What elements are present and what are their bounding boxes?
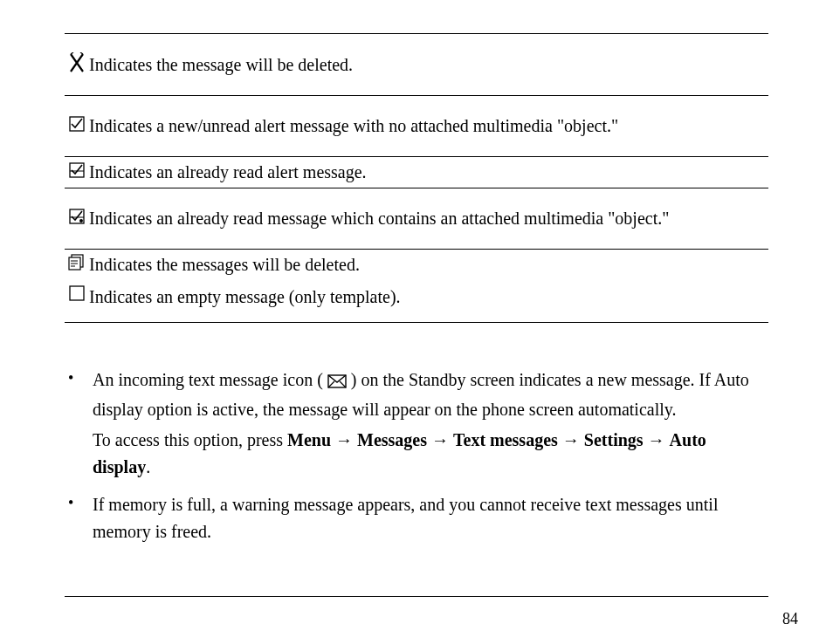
multi-delete-icon	[68, 259, 86, 274]
note-text: An incoming text message icon ( ) on the…	[93, 367, 765, 423]
svg-point-5	[79, 219, 83, 223]
check-empty-icon	[69, 289, 85, 304]
check-read-icon	[69, 166, 85, 181]
check-read-attach-icon	[69, 212, 85, 227]
arrow-icon: →	[648, 430, 670, 449]
legend-text: Indicates an already read message which …	[89, 188, 768, 249]
icon-legend-table: Indicates the message will be deleted. I…	[65, 34, 768, 323]
legend-text: Indicates the messages will be deleted.	[89, 249, 768, 280]
bullet-icon: •	[68, 367, 93, 389]
legend-row: Indicates an empty message (only templat…	[65, 280, 768, 322]
path-step: Text messages	[453, 430, 558, 449]
legend-text: Indicates an already read alert message.	[89, 156, 768, 188]
legend-row: Indicates the message will be deleted.	[65, 34, 768, 95]
legend-row: Indicates an already read alert message.	[65, 156, 768, 188]
legend-row: Indicates the messages will be deleted.	[65, 249, 768, 280]
note-item: • If memory is full, a warning message a…	[68, 491, 765, 545]
note-text-before: An incoming text message icon (	[93, 370, 323, 389]
legend-text: Indicates the message will be deleted.	[89, 34, 768, 95]
path-step: Messages	[357, 430, 427, 449]
legend-row: Indicates a new/unread alert message wit…	[65, 95, 768, 156]
path-step: Menu	[287, 430, 331, 449]
note-continuation: To access this option, press Menu → Mess…	[93, 427, 765, 481]
footer-divider	[65, 596, 768, 597]
legend-text: Indicates an empty message (only templat…	[89, 280, 768, 322]
note-text: If memory is full, a warning message app…	[93, 491, 765, 545]
check-unread-icon	[69, 120, 85, 134]
arrow-icon: →	[562, 430, 584, 449]
legend-row: Indicates an already read message which …	[65, 188, 768, 249]
note-item: • An incoming text message icon ( ) on t…	[68, 367, 765, 423]
note-text-before: If memory is full, a warning message app…	[93, 495, 718, 541]
page-number: 84	[782, 610, 798, 628]
bullet-icon: •	[68, 491, 93, 514]
legend-text: Indicates a new/unread alert message wit…	[89, 95, 768, 156]
cont-suffix: .	[146, 457, 150, 476]
delete-x-icon	[68, 61, 86, 76]
notes-section: • An incoming text message icon ( ) on t…	[65, 367, 768, 545]
arrow-icon: →	[335, 430, 357, 449]
svg-rect-11	[70, 286, 84, 300]
arrow-icon: →	[431, 430, 453, 449]
page-root: Indicates the message will be deleted. I…	[0, 0, 833, 644]
cont-prefix: To access this option, press	[93, 430, 287, 449]
envelope-icon	[327, 369, 347, 396]
path-step: Settings	[584, 430, 644, 449]
content-area: Indicates the message will be deleted. I…	[65, 33, 768, 554]
